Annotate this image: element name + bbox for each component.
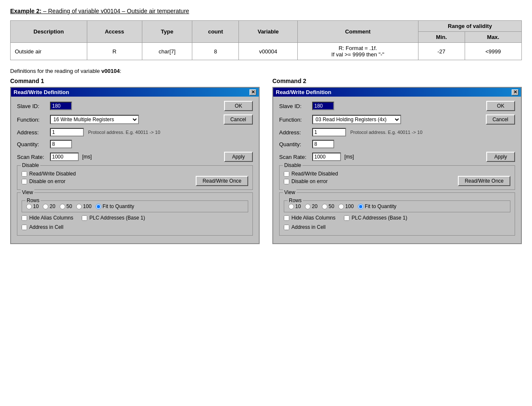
command1-hide-alias-row: Hide Alias Columns: [22, 215, 73, 221]
command1-ok-button[interactable]: OK: [224, 101, 253, 111]
command1-scanrate-unit: [ms]: [82, 154, 92, 160]
command2-disable-error-checkbox[interactable]: [284, 179, 289, 184]
command2-radio-100-input[interactable]: [338, 204, 344, 209]
comment-line2: If val >= 9999 then "-": [331, 51, 384, 58]
command2-radio-fit-label: Fit to Quantity: [365, 203, 396, 209]
command1-disable-error-label: Disable on error: [29, 178, 65, 184]
command2-scanrate-input[interactable]: [312, 153, 341, 161]
command2-radio-20-input[interactable]: [305, 204, 310, 209]
col-range-validity: Range of validity: [418, 21, 521, 32]
command1-radio-10: 10: [26, 203, 39, 209]
command2-plc-addresses-row: PLC Addresses (Base 1): [344, 215, 407, 221]
command2-hide-alias-checkbox[interactable]: [284, 215, 289, 221]
command1-disable-error-checkbox[interactable]: [22, 179, 27, 184]
command2-disable-error-row: Disable on error: [284, 178, 338, 184]
command2-rwonce-button[interactable]: Read/Write Once: [458, 176, 510, 186]
command2-apply-button[interactable]: Apply: [486, 152, 515, 162]
command2-radio-10: 10: [288, 203, 301, 209]
command2-address-input[interactable]: [312, 128, 346, 136]
command2-rw-disabled-label: Read/Write Disabled: [291, 171, 338, 177]
command1-disable-error-row: Disable on error: [22, 178, 76, 184]
command1-rwonce-button[interactable]: Read/Write Once: [196, 176, 248, 186]
command1-slaveid-input[interactable]: [50, 102, 72, 110]
command1-hide-alias-checkbox[interactable]: [22, 215, 27, 221]
cell-description: Outside air: [11, 43, 87, 60]
table-row: Outside air R char[7] 8 v00004 R: Format…: [11, 43, 522, 60]
command1-disable-group-title: Disable: [21, 162, 40, 168]
command1-radio-fit-input[interactable]: [96, 204, 101, 209]
command2-plc-addresses-label: PLC Addresses (Base 1): [352, 215, 407, 221]
command1-slaveid-label: Slave ID:: [17, 103, 47, 109]
command1-view-bottom: Hide Alias Columns PLC Addresses (Base 1…: [22, 215, 248, 222]
command2-address-in-cell-checkbox[interactable]: [284, 225, 289, 230]
command2-radio-100: 100: [338, 203, 354, 209]
data-table: Description Access Type count Variable C…: [10, 20, 522, 60]
command1-radio-10-input[interactable]: [26, 204, 32, 209]
command2-address-label: Address:: [279, 129, 310, 136]
command2-radio-fit-input[interactable]: [358, 204, 363, 209]
command2-radio-10-label: 10: [295, 203, 301, 209]
command1-address-in-cell-row: Address in Cell: [22, 224, 248, 230]
command1-radio-50-input[interactable]: [60, 204, 65, 209]
command1-quantity-label: Quantity:: [17, 141, 47, 147]
command1-titlebar: Read/Write Definition ✕: [11, 88, 259, 97]
command1-rows-group-title: Rows: [25, 197, 41, 203]
cell-access: R: [87, 43, 142, 60]
command2-function-select[interactable]: 16 Write Multiple Registers 03 Read Hold…: [312, 115, 401, 124]
command1-address-hint: Protocol address. E.g. 40011 -> 10: [88, 130, 160, 135]
definitions-text: Definitions for the reading of variable …: [10, 68, 522, 74]
command2-radio-20-label: 20: [312, 203, 317, 209]
command2-address-hint: Protocol address. E.g. 40011 -> 10: [350, 130, 422, 135]
command2-radio-10-input[interactable]: [288, 204, 294, 209]
command2-quantity-row: Quantity:: [279, 140, 515, 148]
command2-close-button[interactable]: ✕: [512, 89, 518, 95]
command2-address-row: Address: Protocol address. E.g. 40011 ->…: [279, 128, 515, 136]
command1-address-in-cell-label: Address in Cell: [29, 224, 64, 230]
command1-plc-addresses-checkbox[interactable]: [82, 215, 87, 221]
command2-scanrate-unit: [ms]: [344, 154, 354, 160]
definitions-post: :: [120, 68, 122, 74]
command2-quantity-input[interactable]: [312, 140, 334, 148]
command1-hide-alias-label: Hide Alias Columns: [29, 215, 73, 221]
command2-disable-group-title: Disable: [283, 162, 302, 168]
command1-rw-disabled-row: Read/Write Disabled: [22, 171, 76, 177]
command2-hide-alias-label: Hide Alias Columns: [291, 215, 335, 221]
comment-line1: R: Format = .1f.: [338, 45, 377, 51]
command1-radio-fit-label: Fit to Quantity: [103, 203, 134, 209]
command2-radio-50-input[interactable]: [322, 204, 327, 209]
command1-radio-20-label: 20: [50, 203, 55, 209]
command1-rows-radio-row: 10 20 50 10: [26, 203, 244, 209]
command1-address-label: Address:: [17, 129, 47, 136]
command1-radio-20-input[interactable]: [43, 204, 48, 209]
command2-slaveid-label: Slave ID:: [279, 103, 310, 109]
command2-radio-100-label: 100: [345, 203, 354, 209]
command2-ok-button[interactable]: OK: [486, 101, 515, 111]
command1-radio-10-label: 10: [33, 203, 39, 209]
command1-address-input[interactable]: [50, 128, 84, 136]
command2-view-group-title: View: [283, 189, 296, 195]
command1-address-in-cell-checkbox[interactable]: [22, 225, 27, 230]
command1-rw-disabled-checkbox[interactable]: [22, 171, 27, 177]
command1-rows-group: Rows 10 20 50: [22, 200, 248, 212]
col-min: Min.: [418, 32, 465, 43]
command1-function-select[interactable]: 16 Write Multiple Registers 03 Read Hold…: [50, 115, 139, 124]
command2-function-label: Function:: [279, 117, 310, 123]
command1-radio-100-input[interactable]: [76, 204, 82, 209]
command2-slaveid-input[interactable]: [312, 102, 334, 110]
commands-container: Command 1 Read/Write Definition ✕ Slave …: [10, 78, 522, 244]
command2-radio-20: 20: [305, 203, 317, 209]
command1-cancel-button[interactable]: Cancel: [224, 114, 253, 125]
command1-rw-disabled-label: Read/Write Disabled: [29, 171, 76, 177]
command2-plc-addresses-checkbox[interactable]: [344, 215, 349, 221]
command2-rows-group-title: Rows: [288, 197, 303, 203]
command1-quantity-input[interactable]: [50, 140, 72, 148]
command2-rw-disabled-checkbox[interactable]: [284, 171, 289, 177]
command2-rw-disabled-row: Read/Write Disabled: [284, 171, 338, 177]
command2-dialog: Read/Write Definition ✕ Slave ID: OK Fun…: [272, 87, 522, 244]
command2-title: Command 2: [272, 78, 522, 84]
command1-close-button[interactable]: ✕: [249, 89, 256, 95]
command1-scanrate-input[interactable]: [50, 153, 79, 161]
command1-apply-button[interactable]: Apply: [224, 152, 253, 162]
command1-radio-fit: Fit to Quantity: [96, 203, 134, 209]
command2-cancel-button[interactable]: Cancel: [486, 114, 515, 125]
